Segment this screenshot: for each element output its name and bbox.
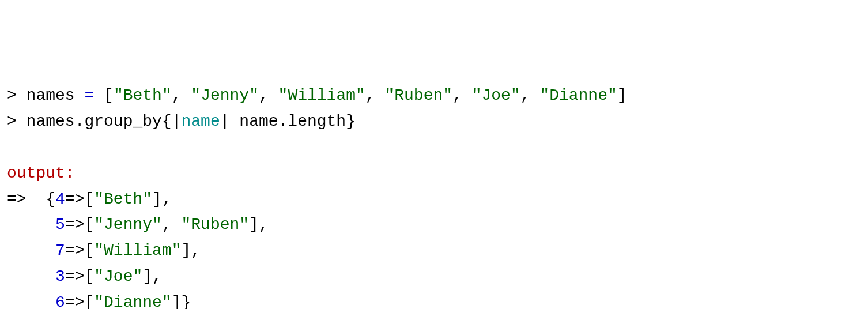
hash-rocket: => <box>65 293 85 309</box>
comma: , <box>162 190 172 208</box>
comma: , <box>259 216 269 233</box>
block-param-name: name <box>181 112 220 130</box>
blank-line <box>7 135 861 161</box>
pipe: | <box>220 112 230 130</box>
hash-rocket: => <box>65 267 85 285</box>
close-bracket: ] <box>181 242 191 259</box>
variable-names: names <box>27 86 75 104</box>
hash-key: 4 <box>55 190 65 208</box>
prompt: > <box>7 112 27 130</box>
result-line: => {4=>["Beth"], <box>7 187 861 213</box>
string-literal: "Ruben" <box>181 216 249 233</box>
space <box>94 86 104 104</box>
open-bracket: [ <box>84 293 94 309</box>
open-bracket: [ <box>84 267 94 285</box>
space <box>269 86 278 104</box>
comma: , <box>162 216 182 233</box>
result-line: 3=>["Joe"], <box>7 264 861 290</box>
equals-operator: = <box>84 86 94 104</box>
comma: , <box>365 86 375 104</box>
comma: , <box>191 242 201 259</box>
open-bracket: [ <box>104 86 114 104</box>
open-bracket: [ <box>84 242 94 259</box>
open-bracket: [ <box>84 216 94 233</box>
hash-key: 3 <box>55 267 65 285</box>
variable-names: names <box>27 112 75 130</box>
string-literal: "Joe" <box>472 86 520 104</box>
hash-rocket: => <box>65 216 85 233</box>
dot: . <box>75 112 85 130</box>
string-literal: "Beth" <box>94 190 152 208</box>
close-bracket: ] <box>172 293 182 309</box>
close-brace: } <box>181 293 191 309</box>
string-literal: "Dianne" <box>539 86 617 104</box>
indent <box>7 216 55 233</box>
output-label-line: output: <box>7 161 861 187</box>
close-bracket: ] <box>142 267 152 285</box>
method-group-by: group_by <box>84 112 161 130</box>
space <box>530 86 540 104</box>
indent <box>7 242 55 259</box>
result-line: 6=>["Dianne"]} <box>7 290 861 309</box>
hash-key: 5 <box>55 216 65 233</box>
comma: , <box>152 267 162 285</box>
string-literal: "Ruben" <box>384 86 452 104</box>
hash-key: 7 <box>55 242 65 259</box>
code-line-2: > names.group_by{|name| name.length} <box>7 109 861 135</box>
result-arrow: => <box>7 190 46 208</box>
indent <box>7 267 55 285</box>
space <box>462 86 472 104</box>
close-brace: } <box>346 112 356 130</box>
result-line: 5=>["Jenny", "Ruben"], <box>7 212 861 238</box>
space <box>375 86 385 104</box>
close-bracket: ] <box>617 86 627 104</box>
string-literal: "Beth" <box>114 86 172 104</box>
result-line: 7=>["William"], <box>7 238 861 264</box>
open-bracket: [ <box>84 190 94 208</box>
space <box>182 86 191 104</box>
pipe: | <box>172 112 182 130</box>
space <box>75 86 85 104</box>
space <box>230 112 240 130</box>
expression: name.length <box>239 112 346 130</box>
hash-rocket: => <box>65 190 85 208</box>
comma: , <box>452 86 462 104</box>
string-literal: "Joe" <box>94 267 142 285</box>
result-block: => {4=>["Beth"], 5=>["Jenny", "Ruben"], … <box>7 187 861 309</box>
output-label: output: <box>7 164 75 182</box>
string-literal: "William" <box>94 242 181 259</box>
string-literal: "Jenny" <box>191 86 259 104</box>
indent <box>7 293 55 309</box>
string-literal: "Jenny" <box>94 216 162 233</box>
open-brace: { <box>162 112 172 130</box>
code-line-1: > names = ["Beth", "Jenny", "William", "… <box>7 83 861 109</box>
hash-rocket: => <box>65 242 85 259</box>
string-literal: "Dianne" <box>94 293 171 309</box>
open-brace: { <box>46 190 55 208</box>
string-literal: "William" <box>278 86 365 104</box>
hash-key: 6 <box>55 293 65 309</box>
comma: , <box>259 86 269 104</box>
close-bracket: ] <box>152 190 162 208</box>
comma: , <box>172 86 182 104</box>
prompt: > <box>7 86 27 104</box>
comma: , <box>520 86 530 104</box>
close-bracket: ] <box>249 216 259 233</box>
